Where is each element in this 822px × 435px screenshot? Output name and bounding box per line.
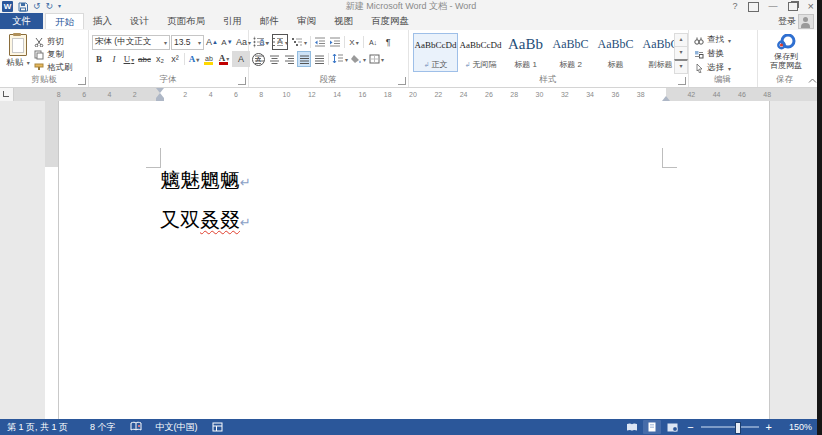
tab-baidu-netdisk[interactable]: 百度网盘	[362, 13, 418, 29]
tab-mailings[interactable]: 邮件	[251, 13, 288, 29]
paragraph-dialog-launcher[interactable]	[398, 77, 406, 85]
clipboard-dialog-launcher[interactable]	[78, 77, 86, 85]
sort-button[interactable]: A↓	[366, 34, 380, 50]
italic-button[interactable]: I	[107, 51, 121, 67]
tab-design[interactable]: 设计	[121, 13, 158, 29]
font-dialog-launcher[interactable]	[238, 77, 246, 85]
web-layout-view-icon[interactable]	[663, 420, 681, 434]
tab-insert[interactable]: 插入	[84, 13, 121, 29]
zoom-slider[interactable]	[701, 426, 759, 428]
vertical-ruler[interactable]	[45, 101, 58, 419]
style-title[interactable]: AaBbC 标题	[593, 33, 638, 72]
bold-button[interactable]: B	[92, 51, 106, 67]
account-avatar[interactable]	[798, 14, 814, 29]
zoom-out-button[interactable]: −	[682, 420, 698, 434]
tab-home[interactable]: 开始	[45, 13, 84, 29]
shading-button[interactable]: ▾	[350, 51, 367, 67]
font-color-button[interactable]: A▾	[217, 52, 231, 66]
tab-references[interactable]: 引用	[214, 13, 251, 29]
horizontal-ruler[interactable]: 8642246810121416182022242628303234363842…	[0, 88, 822, 101]
superscript-button[interactable]: x²	[168, 51, 182, 67]
grow-font-button[interactable]: A▲	[205, 34, 219, 50]
collapse-ribbon-icon[interactable]	[808, 78, 817, 84]
minimize-icon[interactable]: —	[769, 0, 778, 13]
font-size-combobox[interactable]: 13.5 ▾	[171, 35, 204, 50]
editing-group: 查找 ▾ 替换 选择 ▾ 编辑	[688, 30, 758, 87]
read-mode-view-icon[interactable]	[623, 420, 641, 434]
document-paragraph-2[interactable]: 又双叒叕↵	[160, 207, 251, 234]
multilevel-list-button[interactable]: ▾	[290, 34, 308, 50]
numbering-icon	[272, 37, 284, 47]
tab-review[interactable]: 审阅	[288, 13, 325, 29]
restore-icon[interactable]	[788, 2, 798, 11]
replace-button[interactable]: 替换	[694, 47, 731, 61]
baidu-save-group: 保存到 百度网盘 保存	[757, 30, 812, 87]
zoom-in-button[interactable]: +	[761, 420, 777, 434]
select-cursor-icon	[694, 64, 704, 73]
show-formatting-marks-button[interactable]: ¶	[381, 34, 395, 50]
style-heading1[interactable]: AaBb 标题 1	[503, 33, 548, 72]
line-spacing-button[interactable]: ▾	[331, 51, 349, 67]
asian-layout-button[interactable]: X▾	[347, 34, 361, 50]
subscript-button[interactable]: x₂	[153, 51, 167, 67]
styles-gallery-more-icon[interactable]: ▾	[674, 59, 688, 74]
document-paragraph-1[interactable]: 魑魅魍魉↵	[160, 167, 251, 194]
copy-button[interactable]: 复制	[34, 48, 73, 61]
styles-scroll-down-icon[interactable]: ▾	[674, 46, 688, 60]
tab-selector-button[interactable]	[0, 88, 14, 102]
strikethrough-button[interactable]: abc	[137, 51, 152, 67]
styles-scroll-up-icon[interactable]: ▴	[674, 33, 688, 47]
zoom-slider-thumb[interactable]	[735, 422, 741, 434]
left-indent-marker[interactable]	[156, 93, 164, 101]
redo-icon[interactable]: ↻	[46, 0, 54, 13]
customize-qat-icon[interactable]: ▾	[58, 0, 61, 13]
page-number-status[interactable]: 第 1 页, 共 1 页	[0, 419, 75, 435]
cut-button[interactable]: 剪切	[34, 35, 73, 48]
close-icon[interactable]: ×	[808, 0, 814, 13]
word-app-icon[interactable]: W	[2, 1, 13, 12]
paste-caret-icon: ▾	[27, 60, 30, 66]
tab-page-layout[interactable]: 页面布局	[158, 13, 214, 29]
ruler-number: 32	[561, 88, 569, 101]
paste-button[interactable]: 粘贴 ▾	[4, 33, 32, 80]
underline-button[interactable]: U▾	[122, 51, 136, 67]
undo-icon[interactable]: ↺	[33, 0, 41, 13]
increase-indent-button[interactable]	[328, 34, 342, 50]
zoom-percentage[interactable]: 150%	[777, 422, 812, 432]
word-count-status[interactable]: 8 个字	[83, 419, 123, 435]
font-name-combobox[interactable]: 宋体 (中文正文 ▾	[92, 35, 170, 50]
select-button[interactable]: 选择 ▾	[694, 61, 731, 75]
quick-access-toolbar: W ↺ ↻ ▾	[2, 0, 61, 13]
bullets-button[interactable]: ▾	[252, 34, 270, 50]
save-to-baidu-netdisk-button[interactable]: 保存到 百度网盘	[765, 34, 807, 70]
align-right-button[interactable]	[282, 51, 296, 67]
help-icon[interactable]: ?	[733, 0, 738, 13]
find-button[interactable]: 查找 ▾	[694, 33, 731, 47]
shrink-font-button[interactable]: A▼	[220, 34, 234, 50]
borders-button[interactable]: ▾	[368, 51, 385, 67]
select-label: 选择	[707, 62, 724, 74]
decrease-indent-button[interactable]	[313, 34, 327, 50]
align-center-button[interactable]	[267, 51, 281, 67]
styles-dialog-launcher[interactable]	[678, 77, 686, 85]
proofing-status-icon[interactable]	[123, 419, 149, 435]
macro-record-icon[interactable]	[205, 419, 230, 435]
style-heading2[interactable]: AaBbC 标题 2	[548, 33, 593, 72]
tab-file[interactable]: 文件	[0, 13, 43, 29]
save-icon[interactable]	[18, 2, 28, 12]
ruler-number: 14	[333, 88, 341, 101]
format-painter-button[interactable]: 格式刷	[34, 61, 73, 74]
style-no-spacing[interactable]: AaBbCcDd ↲ 无间隔	[458, 33, 503, 72]
print-layout-view-icon[interactable]	[643, 420, 661, 434]
align-left-button[interactable]	[252, 51, 266, 67]
ribbon-display-options-icon[interactable]	[748, 2, 759, 12]
numbering-button[interactable]: ▾	[271, 34, 289, 50]
text-effects-button[interactable]: A▾	[187, 51, 201, 67]
language-status[interactable]: 中文(中国)	[149, 419, 205, 435]
distributed-button[interactable]	[312, 51, 326, 67]
style-normal[interactable]: AaBbCcDd ↲ 正文	[413, 33, 458, 72]
sign-in-link[interactable]: 登录	[778, 15, 796, 28]
tab-view[interactable]: 视图	[325, 13, 362, 29]
justify-button[interactable]	[297, 51, 311, 67]
highlight-color-button[interactable]: ab	[202, 52, 216, 66]
